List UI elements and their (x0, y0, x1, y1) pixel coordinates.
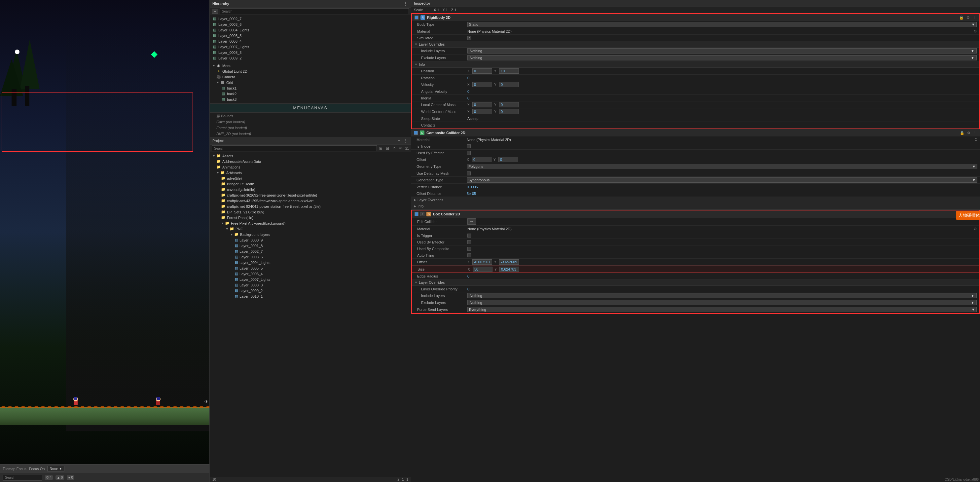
geometry-type-dropdown[interactable]: Polygons ▼ (467, 164, 977, 169)
bc-used-effector-checkbox[interactable] (468, 240, 471, 244)
rigidbody2d-header[interactable]: R Rigidbody 2D 🔒 ⚙ ⋮ (412, 14, 979, 21)
proj-layer0003[interactable]: ▤ Layer_0003_6 (210, 254, 411, 260)
hier-item-layer0005[interactable]: ▤ Layer_0005_5 (210, 33, 411, 38)
hier-item-menu-scene[interactable]: ▼ ◉ Menu (210, 63, 411, 68)
proj-png[interactable]: ▼ 📁 PNG (210, 226, 411, 232)
bc-include-layers-dropdown[interactable]: Nothing ▼ (468, 293, 977, 298)
hier-item-layer0009[interactable]: ▤ Layer_0009_2 (210, 55, 411, 61)
edit-collider-btn[interactable]: ✏ (468, 218, 476, 225)
proj-craftpix1[interactable]: 📁 craftpix-net-362692-free-green-zone-ti… (210, 192, 411, 198)
project-file-list[interactable]: ▼ 📁 Assets 📁 AddressableAssetsData 📁 Ani… (210, 152, 411, 477)
cc-used-effector-checkbox[interactable] (467, 151, 471, 155)
project-add-btn[interactable]: + (397, 138, 401, 143)
proj-forest-pass[interactable]: 📁 Forest Pass(tile) (210, 215, 411, 220)
visibility-eye[interactable]: 👁 (203, 399, 209, 405)
hier-item-back1[interactable]: ▤ back1 (210, 85, 411, 91)
proj-craftpix3[interactable]: 📁 craftpix-net-924041-power-station-free… (210, 204, 411, 209)
proj-layer0000[interactable]: ▤ Layer_0000_9 (210, 237, 411, 243)
proj-artassets[interactable]: ▼ 📁 ArtAssets (210, 170, 411, 175)
hier-item-camera[interactable]: 🎥 Camera (210, 74, 411, 80)
bc-auto-tiling-checkbox[interactable] (468, 253, 471, 257)
proj-assets-folder[interactable]: ▼ 📁 Assets (210, 153, 411, 159)
bc-is-trigger-checkbox[interactable] (468, 234, 471, 237)
box-collider-toggle[interactable] (415, 212, 418, 216)
rb-info-section[interactable]: ▼ Info (412, 62, 979, 68)
hier-item-layer0008[interactable]: ▤ Layer_0008_3 (210, 49, 411, 55)
cave-item[interactable]: Cave (not loaded) (210, 119, 411, 125)
proj-free-pixel[interactable]: ▼ 📁 Free Pixel Art Forest(background) (210, 220, 411, 226)
proj-caves[interactable]: 📁 cavesofgallet(tile) (210, 187, 411, 192)
bc-force-send-dropdown[interactable]: Everything ▼ (468, 307, 977, 312)
cc-info-section[interactable]: ▶ Info (411, 203, 980, 210)
proj-dp-set[interactable]: 📁 DP_Set1_v1.0(tile buy) (210, 209, 411, 215)
game-viewport[interactable]: 👁 (0, 0, 209, 464)
hier-item-global-light[interactable]: ✦ Global Light 2D (210, 68, 411, 74)
composite-gear-btn[interactable]: ⚙ (966, 131, 971, 135)
cc-is-trigger-checkbox[interactable] (467, 144, 471, 148)
bc-layer-overrides-section[interactable]: ▼ Layer Overrides (412, 280, 979, 286)
box-collider-header[interactable]: B Box Collider 2D 人物碰撞体 🔒 ⚙ ⋮ (412, 210, 979, 218)
hier-item-back3[interactable]: ▤ back3 (210, 97, 411, 102)
proj-bringer[interactable]: 📁 Bringer Of Death (210, 181, 411, 187)
proj-layer0010[interactable]: ▤ Layer_0010_1 (210, 293, 411, 299)
rb-material-circle-btn[interactable]: ⊙ (974, 29, 977, 33)
rigidbody2d-toggle[interactable] (415, 16, 418, 19)
proj-layer0001[interactable]: ▤ Layer_0001_8 (210, 243, 411, 248)
composite-toggle[interactable] (414, 131, 418, 135)
box-collider-enable-checkbox[interactable] (420, 212, 425, 216)
proj-layer0002[interactable]: ▤ Layer_0002_7 (210, 248, 411, 254)
proj-layer0008[interactable]: ▤ Layer_0008_3 (210, 282, 411, 288)
proj-layer0004[interactable]: ▤ Layer_0004_Lights (210, 260, 411, 265)
body-type-dropdown[interactable]: Static ▼ (468, 22, 977, 27)
project-icons-btn[interactable]: ⊞ (378, 146, 383, 151)
generation-type-dropdown[interactable]: Synchronous ▼ (467, 177, 977, 183)
viewport-search-input[interactable] (3, 475, 42, 481)
hier-item-layer0006[interactable]: ▤ Layer_0006_4 (210, 38, 411, 44)
simulated-checkbox[interactable] (468, 36, 471, 40)
bc-exclude-layers-dropdown[interactable]: Nothing ▼ (468, 300, 977, 305)
composite-menu-btn[interactable]: ⋮ (972, 131, 977, 135)
hier-item-layer0003[interactable]: ▤ Layer_0003_6 (210, 21, 411, 27)
hierarchy-search-input[interactable] (220, 8, 409, 14)
project-filter-btn[interactable]: ⊟ (385, 146, 390, 151)
rigidbody2d-menu-btn[interactable]: ⋮ (972, 16, 977, 20)
hier-item-back2[interactable]: ▤ back2 (210, 91, 411, 97)
hier-item-grid[interactable]: ▼ ▦ Grid (210, 80, 411, 85)
rigidbody2d-lock-btn[interactable]: 🔒 (959, 16, 964, 20)
bc-used-composite-checkbox[interactable] (468, 247, 471, 251)
none-dropdown[interactable]: None ▼ (47, 466, 64, 471)
rigidbody2d-gear-btn[interactable]: ⚙ (966, 16, 970, 20)
project-search-input[interactable] (212, 145, 377, 151)
composite-lock-btn[interactable]: 🔒 (959, 131, 965, 135)
add-hierarchy-btn[interactable]: + (212, 9, 218, 14)
bc-material-circle-btn[interactable]: ⊙ (974, 227, 977, 231)
proj-bg-layers[interactable]: ▼ 📁 Background layers (210, 232, 411, 237)
rb-exclude-layers-dropdown[interactable]: Nothing ▼ (468, 55, 977, 60)
cc-layer-overrides-section[interactable]: ▶ Layer Overrides (411, 197, 980, 203)
project-menu-btn[interactable]: ⋮ (402, 138, 408, 143)
hier-item-layer0002[interactable]: ▤ Layer_0002_7 (210, 16, 411, 21)
composite-collider-header[interactable]: C Composite Collider 2D 🔒 ⚙ ⋮ (411, 129, 980, 137)
proj-adve[interactable]: 📁 adve(tile) (210, 175, 411, 181)
rb-include-layers-dropdown[interactable]: Nothing ▼ (468, 48, 977, 54)
hier-item-layer0004[interactable]: ▤ Layer_0004_Lights (210, 27, 411, 33)
cc-material-circle-btn[interactable]: ⊙ (974, 137, 977, 142)
hier-item-layer0007[interactable]: ▤ Layer_0007_Lights (210, 44, 411, 49)
hierarchy-menu-btn[interactable]: ⋮ (402, 1, 408, 6)
proj-animations[interactable]: 📁 Animations (210, 164, 411, 170)
delaunay-checkbox[interactable] (467, 172, 471, 175)
proj-craftpix2[interactable]: 📁 craftpix-net-431295-free-wizard-sprite… (210, 198, 411, 204)
bounds-item[interactable]: ▦ Bounds (210, 113, 411, 119)
project-eye-btn[interactable]: 👁 (398, 146, 404, 151)
layer0003-file-icon: ▤ (235, 255, 238, 259)
rb-layer-overrides-section[interactable]: ▼ Layer Overrides (412, 41, 979, 48)
proj-layer0006[interactable]: ▤ Layer_0006_4 (210, 271, 411, 277)
proj-layer0005[interactable]: ▤ Layer_0005_5 (210, 265, 411, 271)
dnp-item[interactable]: DNP_2D (not loaded) (210, 131, 411, 137)
project-refresh-btn[interactable]: ↺ (391, 146, 397, 151)
proj-layer0009[interactable]: ▤ Layer_0009_2 (210, 288, 411, 293)
proj-addressable[interactable]: 📁 AddressableAssetsData (210, 159, 411, 164)
hierarchy-list[interactable]: ▤ Layer_0002_7 ▤ Layer_0003_6 ▤ Layer_00… (210, 15, 411, 103)
forest-item[interactable]: Forest (not loaded) (210, 125, 411, 131)
proj-layer0007[interactable]: ▤ Layer_0007_Lights (210, 277, 411, 282)
